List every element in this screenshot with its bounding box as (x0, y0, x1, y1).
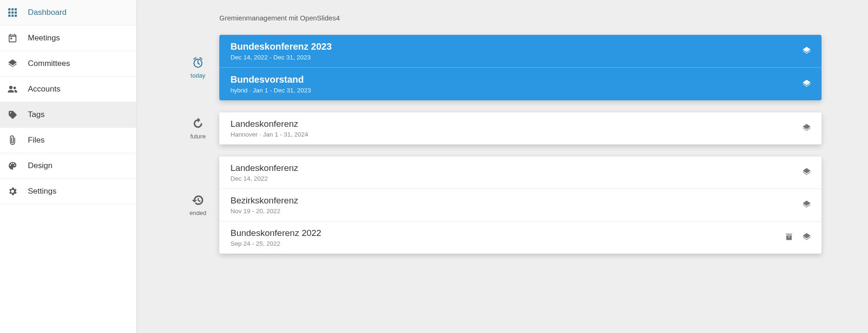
meeting-meta: Hannover · Jan 1 - 31, 2024 (230, 131, 802, 138)
sidebar-item-label: Tags (28, 110, 45, 119)
meeting-actions (802, 200, 811, 210)
sidebar-item-files[interactable]: Files (0, 128, 136, 153)
palette-icon (7, 161, 28, 171)
meeting-meta: Nov 19 - 20, 2022 (230, 208, 802, 215)
main-content: Gremienmanagement mit OpenSlides4 todayB… (137, 0, 868, 333)
event-icon (7, 33, 28, 43)
meeting-actions (802, 167, 811, 178)
sidebar-item-meetings[interactable]: Meetings (0, 26, 136, 51)
page-subtitle: Gremienmanagement mit OpenSlides4 (219, 14, 822, 22)
apps-icon (7, 7, 28, 18)
meeting-title: Bundeskonferenz 2023 (230, 41, 802, 52)
meeting-actions (802, 79, 811, 90)
sidebar-item-settings[interactable]: Settings (0, 179, 136, 204)
layers-icon[interactable] (802, 46, 811, 57)
update-icon (192, 118, 204, 133)
meeting-meta: Dec 14, 2022 - Dec 31, 2023 (230, 54, 802, 61)
layers-icon[interactable] (802, 232, 811, 243)
alarm-icon (192, 57, 204, 72)
sidebar-item-tags[interactable]: Tags (0, 102, 136, 128)
sidebar-item-design[interactable]: Design (0, 153, 136, 179)
meeting-row[interactable]: Bundesvorstandhybrid · Jan 1 - Dec 31, 2… (219, 68, 822, 100)
meeting-meta: Sep 24 - 25, 2022 (230, 240, 784, 247)
layers-icon[interactable] (802, 79, 811, 90)
meeting-title: Landeskonferenz (230, 119, 802, 129)
attach-icon (7, 135, 28, 145)
meeting-card-ended: LandeskonferenzDec 14, 2022Bezirkskonfer… (219, 157, 822, 254)
sidebar-item-label: Committees (28, 59, 70, 68)
layers-icon[interactable] (802, 167, 811, 178)
group-today: todayBundeskonferenz 2023Dec 14, 2022 - … (183, 35, 822, 100)
meeting-title: Bundesvorstand (230, 74, 802, 85)
meeting-row[interactable]: LandeskonferenzHannover · Jan 1 - 31, 20… (219, 112, 822, 144)
history-icon (192, 194, 204, 209)
sidebar-item-label: Files (28, 136, 45, 145)
archive-icon[interactable] (784, 232, 794, 243)
sidebar-item-label: Settings (28, 187, 56, 196)
meeting-card-future: LandeskonferenzHannover · Jan 1 - 31, 20… (219, 112, 822, 144)
meeting-title: Bezirkskonferenz (230, 196, 802, 206)
layers-icon (7, 59, 28, 69)
tag-icon (7, 110, 28, 120)
group-label-text: future (190, 133, 205, 140)
group-label-text: today (191, 72, 205, 79)
group-icon (7, 84, 28, 94)
group-ended: endedLandeskonferenzDec 14, 2022Bezirksk… (183, 157, 822, 254)
meeting-row[interactable]: Bundeskonferenz 2023Dec 14, 2022 - Dec 3… (219, 35, 822, 68)
meeting-title: Bundeskonferenz 2022 (230, 228, 784, 238)
sidebar-item-committees[interactable]: Committees (0, 51, 136, 77)
meeting-meta: Dec 14, 2022 (230, 175, 802, 182)
sidebar-item-label: Meetings (28, 33, 60, 43)
sidebar-item-dashboard[interactable]: Dashboard (0, 0, 136, 26)
meeting-row[interactable]: Bundeskonferenz 2022Sep 24 - 25, 2022 (219, 222, 822, 254)
layers-icon[interactable] (802, 200, 811, 210)
meeting-row[interactable]: LandeskonferenzDec 14, 2022 (219, 157, 822, 189)
layers-icon[interactable] (802, 123, 811, 134)
meeting-actions (784, 232, 811, 243)
sidebar-item-label: Design (28, 161, 53, 170)
group-indicator-ended: ended (183, 194, 213, 216)
meeting-title: Landeskonferenz (230, 163, 802, 173)
group-indicator-today: today (183, 57, 213, 79)
meeting-card-today: Bundeskonferenz 2023Dec 14, 2022 - Dec 3… (219, 35, 822, 100)
group-indicator-future: future (183, 118, 213, 140)
sidebar-item-label: Accounts (28, 85, 60, 94)
sidebar-item-accounts[interactable]: Accounts (0, 77, 136, 102)
sidebar-item-label: Dashboard (28, 8, 66, 17)
meeting-meta: hybrid · Jan 1 - Dec 31, 2023 (230, 87, 802, 94)
group-future: futureLandeskonferenzHannover · Jan 1 - … (183, 112, 822, 144)
gear-icon (7, 186, 28, 196)
group-label-text: ended (190, 209, 206, 216)
meeting-row[interactable]: BezirkskonferenzNov 19 - 20, 2022 (219, 189, 822, 222)
meeting-actions (802, 46, 811, 57)
sidebar: DashboardMeetingsCommitteesAccountsTagsF… (0, 0, 137, 333)
meeting-actions (802, 123, 811, 134)
